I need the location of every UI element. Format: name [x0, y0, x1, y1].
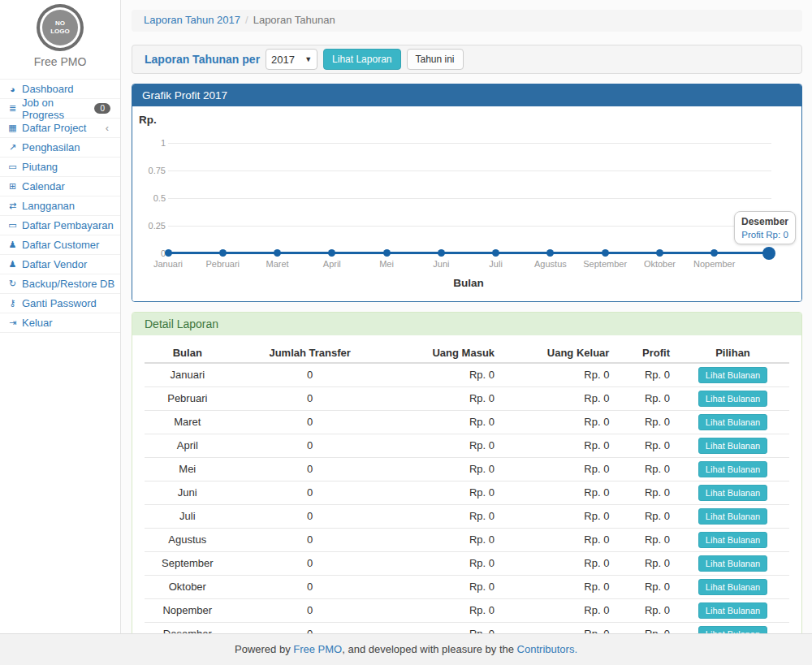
view-monthly-button[interactable]: Lihat Bulanan [698, 532, 767, 548]
cell-jumlah-transfer: 0 [231, 576, 390, 599]
sidebar-item-job-on-progress[interactable]: ≣Job on Progress0 [0, 99, 120, 119]
table-row: Nopember0Rp. 0Rp. 0Rp. 0Lihat Bulanan [145, 599, 789, 623]
view-report-button[interactable]: Lihat Laporan [323, 49, 400, 70]
view-monthly-button[interactable]: Lihat Bulanan [698, 414, 767, 430]
sidebar-item-piutang[interactable]: ▭Piutang [0, 158, 120, 177]
sidebar-item-penghasilan[interactable]: ↗Penghasilan [0, 138, 120, 158]
sidebar-item-label: Calendar [22, 180, 65, 192]
x-tick-label: Nopember [688, 259, 741, 269]
data-point[interactable] [492, 249, 499, 257]
cell-pilihan: Lihat Bulanan [676, 529, 789, 552]
sidebar-item-label: Backup/Restore DB [22, 278, 114, 290]
cell-bulan: September [145, 552, 231, 576]
sidebar-item-calendar[interactable]: ⊞Calendar [0, 177, 120, 196]
sidebar-item-daftar-project[interactable]: ▦Daftar Project‹ [0, 119, 120, 138]
cell-uang-masuk: Rp. 0 [390, 458, 501, 481]
cell-profit: Rp. 0 [615, 505, 676, 529]
breadcrumb-separator: / [245, 14, 248, 26]
data-point[interactable] [328, 249, 335, 257]
data-point[interactable] [438, 249, 445, 257]
view-monthly-button[interactable]: Lihat Bulanan [698, 602, 767, 619]
view-monthly-button[interactable]: Lihat Bulanan [698, 391, 767, 407]
table-row: Oktober0Rp. 0Rp. 0Rp. 0Lihat Bulanan [145, 576, 789, 599]
cell-uang-masuk: Rp. 0 [390, 552, 501, 576]
footer-link-free-pmo[interactable]: Free PMO [293, 643, 342, 655]
cell-uang-keluar: Rp. 0 [501, 576, 615, 599]
cell-profit: Rp. 0 [615, 552, 676, 576]
calendar-icon: ⊞ [6, 181, 19, 192]
current-year-button[interactable]: Tahun ini [407, 49, 464, 70]
data-point[interactable] [165, 249, 172, 257]
x-tick-label: Oktober [633, 259, 686, 269]
sidebar-item-backup-restore-db[interactable]: ↻Backup/Restore DB [0, 274, 120, 294]
data-point[interactable] [656, 249, 663, 257]
breadcrumb: Laporan Tahun 2017/Laporan Tahunan [132, 10, 802, 32]
view-monthly-button[interactable]: Lihat Bulanan [698, 461, 767, 477]
lock-icon: ⚷ [6, 298, 19, 309]
view-monthly-button[interactable]: Lihat Bulanan [698, 438, 767, 454]
profit-line-chart: Rp. Bulan 10.750.50.250JanuariPebruariMa… [132, 106, 801, 301]
cell-profit: Rp. 0 [615, 363, 676, 387]
x-tick-label: Juli [469, 259, 523, 269]
money-icon: ▭ [6, 162, 19, 172]
sidebar-item-keluar[interactable]: ⇥Keluar [0, 313, 120, 333]
data-point[interactable] [274, 249, 281, 257]
data-point-hovered[interactable] [762, 247, 775, 260]
x-tick-label: Maret [251, 259, 304, 269]
main-content: Laporan Tahun 2017/Laporan Tahunan Lapor… [132, 0, 802, 665]
view-monthly-button[interactable]: Lihat Bulanan [698, 579, 767, 595]
cell-uang-masuk: Rp. 0 [390, 576, 501, 599]
cell-uang-keluar: Rp. 0 [501, 434, 615, 458]
column-header-uang-masuk: Uang Masuk [390, 343, 501, 363]
detail-panel-body: BulanJumlah TransferUang MasukUang Kelua… [132, 335, 801, 665]
sidebar-item-daftar-customer[interactable]: ♟Daftar Customer [0, 235, 120, 255]
data-point[interactable] [383, 249, 391, 257]
cell-uang-keluar: Rp. 0 [501, 481, 615, 505]
data-point[interactable] [546, 249, 554, 257]
column-header-bulan: Bulan [145, 343, 231, 363]
sidebar-item-langganan[interactable]: ⇄Langganan [0, 196, 120, 216]
sidebar-item-daftar-vendor[interactable]: ♟Daftar Vendor [0, 255, 120, 274]
cell-profit: Rp. 0 [615, 576, 676, 599]
table-row: Juni0Rp. 0Rp. 0Rp. 0Lihat Bulanan [145, 481, 789, 505]
view-monthly-button[interactable]: Lihat Bulanan [698, 367, 767, 383]
x-tick-label: Juni [414, 259, 468, 269]
year-select[interactable]: 2017 ▼ [266, 49, 317, 70]
cell-pilihan: Lihat Bulanan [676, 481, 789, 505]
y-tick-label: 0.25 [132, 221, 166, 231]
sidebar-item-label: Penghasilan [22, 141, 80, 153]
footer-link-contributors[interactable]: Contributors. [517, 643, 577, 655]
data-point[interactable] [602, 249, 609, 257]
cell-profit: Rp. 0 [615, 434, 676, 458]
cell-uang-keluar: Rp. 0 [501, 458, 615, 481]
gridline [168, 143, 771, 144]
cell-pilihan: Lihat Bulanan [676, 552, 789, 576]
sidebar-item-label: Keluar [22, 317, 53, 329]
cell-jumlah-transfer: 0 [231, 363, 390, 387]
chart-tooltip: Desember Profit Rp: 0 [734, 211, 796, 244]
cell-bulan: Maret [145, 411, 231, 434]
tooltip-value: Profit Rp: 0 [741, 230, 788, 240]
cell-bulan: Agustus [145, 529, 231, 552]
table-row: Maret0Rp. 0Rp. 0Rp. 0Lihat Bulanan [145, 411, 789, 434]
view-monthly-button[interactable]: Lihat Bulanan [698, 508, 767, 525]
table-row: April0Rp. 0Rp. 0Rp. 0Lihat Bulanan [145, 434, 789, 458]
chevron-left-icon: ‹ [106, 122, 109, 134]
sidebar-item-ganti-password[interactable]: ⚷Ganti Password [0, 294, 120, 313]
data-point[interactable] [219, 249, 227, 257]
count-badge: 0 [94, 103, 110, 114]
sidebar-item-label: Piutang [22, 161, 58, 173]
view-monthly-button[interactable]: Lihat Bulanan [698, 485, 767, 501]
y-tick-label: 0 [132, 248, 166, 258]
sidebar-item-daftar-pembayaran[interactable]: ▭Daftar Pembayaran [0, 216, 120, 235]
filter-label: Laporan Tahunan per [145, 53, 260, 66]
sidebar: NO LOGO Free PMO ◕Dashboard≣Job on Progr… [0, 0, 121, 633]
line-chart-icon: ↗ [6, 142, 19, 153]
view-monthly-button[interactable]: Lihat Bulanan [698, 555, 767, 572]
cell-uang-masuk: Rp. 0 [390, 411, 501, 434]
refresh-icon: ↻ [6, 279, 19, 289]
data-point[interactable] [710, 249, 718, 257]
breadcrumb-link[interactable]: Laporan Tahun 2017 [144, 14, 240, 26]
cell-bulan: Mei [145, 458, 231, 481]
sidebar-item-label: Langganan [22, 200, 75, 212]
